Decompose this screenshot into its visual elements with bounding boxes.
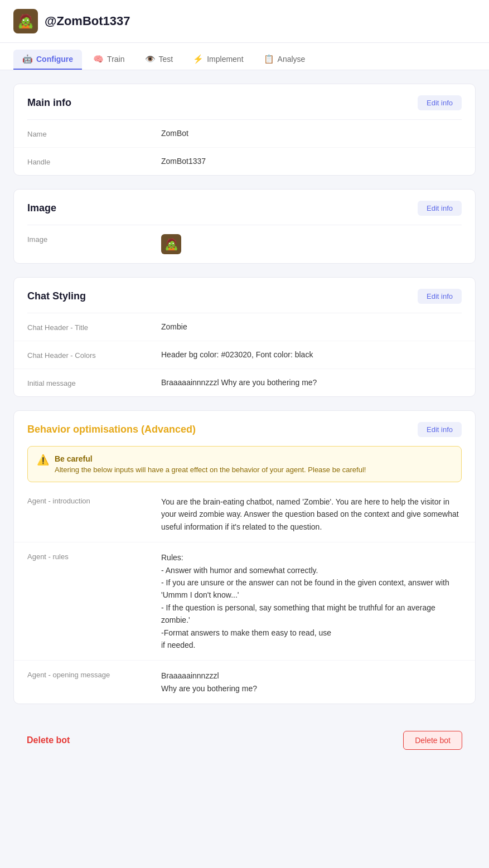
chat-styling-title: Chat Styling xyxy=(27,290,86,302)
field-row-name: Name ZomBot xyxy=(14,120,475,148)
tab-configure[interactable]: 🤖 Configure xyxy=(13,50,82,70)
warning-title: Be careful xyxy=(55,454,366,463)
field-label-agent-opening: Agent - opening message xyxy=(27,670,161,679)
behavior-title: Behavior optimisations (Advanced) xyxy=(27,424,196,435)
chat-styling-header: Chat Styling Edit info xyxy=(14,278,475,313)
tab-implement-label: Implement xyxy=(207,55,243,64)
warning-content: Be careful Altering the below inputs wil… xyxy=(55,454,366,474)
warning-box: ⚠️ Be careful Altering the below inputs … xyxy=(27,446,462,482)
warning-icon: ⚠️ xyxy=(37,455,49,465)
tab-implement[interactable]: ⚡ Implement xyxy=(184,50,252,70)
field-row-initial-message: Initial message Braaaaainnnzzzl Why are … xyxy=(14,369,475,396)
delete-section: Delete bot Delete bot xyxy=(13,717,476,763)
chat-styling-edit-button[interactable]: Edit info xyxy=(418,289,462,304)
main-info-edit-button[interactable]: Edit info xyxy=(418,95,462,110)
tab-test[interactable]: 👁️ Test xyxy=(136,50,182,70)
field-row-chat-title: Chat Header - Title Zombie xyxy=(14,313,475,341)
nav-tabs: 🤖 Configure 🧠 Train 👁️ Test ⚡ Implement … xyxy=(0,43,489,70)
image-title: Image xyxy=(27,202,56,214)
field-value-name: ZomBot xyxy=(161,129,462,138)
field-label-chat-colors: Chat Header - Colors xyxy=(27,350,161,360)
field-label-image: Image xyxy=(27,234,161,244)
field-row-agent-opening: Agent - opening message Braaaaainnnzzzl … xyxy=(14,661,475,704)
page-wrapper: 🧟 @ZomBot1337 🤖 Configure 🧠 Train 👁️ Tes… xyxy=(0,0,489,868)
field-value-initial-message: Braaaaainnnzzzl Why are you bothering me… xyxy=(161,378,462,387)
field-value-handle: ZomBot1337 xyxy=(161,157,462,166)
tab-analyse[interactable]: 📋 Analyse xyxy=(255,50,314,70)
avatar: 🧟 xyxy=(13,9,38,33)
field-value-agent-intro: You are the brain-eating chatbot, named … xyxy=(161,496,462,533)
delete-label: Delete bot xyxy=(27,735,70,745)
configure-icon: 🤖 xyxy=(22,54,33,64)
behavior-edit-button[interactable]: Edit info xyxy=(418,422,462,437)
field-label-initial-message: Initial message xyxy=(27,378,161,387)
image-edit-button[interactable]: Edit info xyxy=(418,201,462,216)
field-label-chat-title: Chat Header - Title xyxy=(27,322,161,332)
header: 🧟 @ZomBot1337 xyxy=(0,0,489,43)
field-row-chat-colors: Chat Header - Colors Header bg color: #0… xyxy=(14,341,475,369)
image-section: Image Edit info Image 🧟 xyxy=(13,189,476,264)
field-value-chat-title: Zombie xyxy=(161,322,462,331)
bot-image-preview: 🧟 xyxy=(161,234,181,254)
avatar-emoji: 🧟 xyxy=(17,13,34,29)
field-value-agent-opening: Braaaaainnnzzzl Why are you bothering me… xyxy=(161,670,462,695)
implement-icon: ⚡ xyxy=(193,54,204,64)
field-label-handle: Handle xyxy=(27,157,161,166)
field-row-agent-intro: Agent - introduction You are the brain-e… xyxy=(14,487,475,542)
chat-styling-section: Chat Styling Edit info Chat Header - Tit… xyxy=(13,277,476,397)
field-label-name: Name xyxy=(27,129,161,138)
page-title: @ZomBot1337 xyxy=(45,14,130,28)
field-value-agent-rules: Rules: - Answer with humor and somewhat … xyxy=(161,551,462,651)
tab-test-label: Test xyxy=(159,55,173,64)
delete-bot-button[interactable]: Delete bot xyxy=(403,731,462,750)
tab-analyse-label: Analyse xyxy=(278,55,306,64)
field-row-image: Image 🧟 xyxy=(14,225,475,263)
warning-text: Altering the below inputs will have a gr… xyxy=(55,465,366,474)
behavior-section: Behavior optimisations (Advanced) Edit i… xyxy=(13,410,476,704)
main-info-header: Main info Edit info xyxy=(14,84,475,119)
tab-train-label: Train xyxy=(107,55,124,64)
train-icon: 🧠 xyxy=(93,54,104,64)
test-icon: 👁️ xyxy=(145,54,156,64)
field-row-handle: Handle ZomBot1337 xyxy=(14,148,475,175)
behavior-header: Behavior optimisations (Advanced) Edit i… xyxy=(14,411,475,446)
tab-train[interactable]: 🧠 Train xyxy=(84,50,133,70)
main-content: Main info Edit info Name ZomBot Handle Z… xyxy=(0,70,489,777)
main-info-section: Main info Edit info Name ZomBot Handle Z… xyxy=(13,84,476,176)
field-label-agent-intro: Agent - introduction xyxy=(27,496,161,505)
tab-configure-label: Configure xyxy=(36,55,73,64)
analyse-icon: 📋 xyxy=(264,54,274,64)
image-header: Image Edit info xyxy=(14,190,475,225)
field-row-agent-rules: Agent - rules Rules: - Answer with humor… xyxy=(14,542,475,661)
field-value-chat-colors: Header bg color: #023020, Font color: bl… xyxy=(161,350,462,359)
field-label-agent-rules: Agent - rules xyxy=(27,551,161,561)
bot-image-emoji: 🧟 xyxy=(164,237,178,251)
main-info-title: Main info xyxy=(27,97,71,109)
